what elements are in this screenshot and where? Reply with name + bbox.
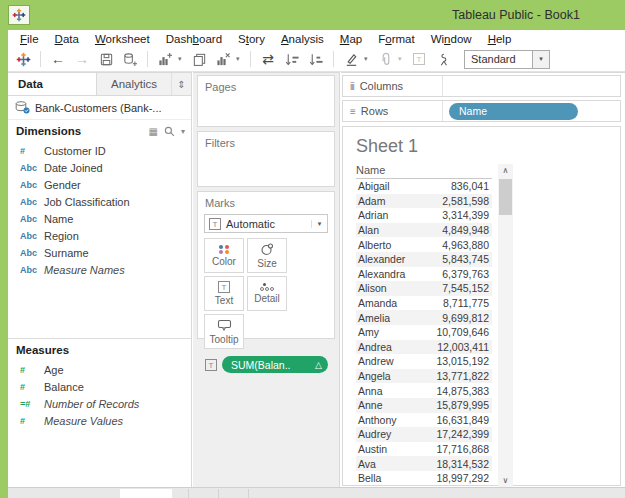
dimension-field[interactable]: Abc Date Joined: [8, 159, 191, 176]
vertical-scrollbar[interactable]: ∧ ∨: [498, 164, 513, 488]
row-value-cell: 8,711,775: [443, 297, 492, 309]
show-mark-labels-icon[interactable]: T: [408, 49, 430, 69]
measure-field[interactable]: # Balance: [8, 378, 191, 395]
panel-sort-icon[interactable]: ⇕: [171, 73, 191, 95]
highlight-icon[interactable]: [340, 49, 362, 69]
menu-item[interactable]: Worksheet: [87, 33, 158, 45]
tooltip-button[interactable]: Tooltip: [204, 314, 244, 349]
measure-field[interactable]: # Age: [8, 361, 191, 378]
fit-selector-caret-icon[interactable]: ▾: [532, 51, 549, 68]
data-source-name: Bank-Customers (Bank-...: [35, 102, 162, 114]
table-row[interactable]: Adrian 3,314,399: [356, 208, 492, 223]
scrollbar-thumb[interactable]: [499, 179, 512, 215]
table-row[interactable]: Andrew 13,015,192: [356, 354, 492, 369]
new-worksheet-icon[interactable]: [154, 49, 176, 69]
table-row[interactable]: Amy 10,709,646: [356, 325, 492, 340]
table-row[interactable]: Abigail 836,041: [356, 179, 492, 194]
mark-type-value: Automatic: [221, 218, 311, 230]
pages-card[interactable]: Pages: [197, 75, 335, 127]
dimension-field[interactable]: Abc Name: [8, 210, 191, 227]
table-row[interactable]: Alexander 5,843,745: [356, 252, 492, 267]
table-row[interactable]: Anne 15,879,995: [356, 398, 492, 413]
dimension-field[interactable]: Abc Gender: [8, 176, 191, 193]
table-row[interactable]: Alan 4,849,948: [356, 223, 492, 238]
table-row[interactable]: Alison 7,545,152: [356, 281, 492, 296]
menu-item[interactable]: Format: [370, 33, 422, 45]
table-row[interactable]: Andrea 12,003,411: [356, 340, 492, 355]
table-row[interactable]: Alberto 4,963,880: [356, 237, 492, 252]
highlight-caret-icon[interactable]: ▾: [364, 55, 372, 63]
table-row[interactable]: Amanda 8,711,775: [356, 296, 492, 311]
table-column-header[interactable]: Name: [356, 164, 492, 179]
menu-item[interactable]: Dashboard: [158, 33, 230, 45]
table-row[interactable]: Austin 17,716,868: [356, 442, 492, 457]
row-name-cell: Austin: [356, 443, 436, 455]
field-type-icon: #: [18, 365, 44, 375]
table-row[interactable]: Audrey 17,242,399: [356, 427, 492, 442]
swap-rows-columns-icon[interactable]: ⇄: [257, 49, 279, 69]
table-row[interactable]: Adam 2,581,598: [356, 194, 492, 209]
mark-type-dropdown[interactable]: T Automatic ▾: [204, 214, 328, 233]
undo-icon[interactable]: ←: [47, 49, 69, 69]
fit-selector[interactable]: Standard ▾: [464, 50, 550, 69]
dimension-field[interactable]: Abc Measure Names: [8, 261, 191, 278]
tab-data[interactable]: Data: [8, 73, 96, 95]
row-value-cell: 2,581,598: [442, 195, 492, 207]
table-row[interactable]: Amelia 9,699,812: [356, 310, 492, 325]
group-members-caret-icon[interactable]: ▾: [398, 55, 406, 63]
rows-shelf[interactable]: ≡ Rows Name: [342, 100, 621, 122]
menu-item[interactable]: Story: [230, 33, 273, 45]
clear-sheet-caret-icon[interactable]: ▾: [236, 55, 244, 63]
save-icon[interactable]: [95, 49, 117, 69]
fix-axes-icon[interactable]: [432, 49, 454, 69]
view-as-grid-icon[interactable]: ▦: [149, 126, 158, 137]
menu-item[interactable]: Help: [480, 33, 520, 45]
new-data-source-icon[interactable]: [119, 49, 141, 69]
clear-sheet-icon[interactable]: [212, 49, 234, 69]
size-button[interactable]: Size: [247, 238, 287, 273]
sum-balance-pill[interactable]: SUM(Balan.. △: [222, 356, 328, 373]
columns-shelf[interactable]: iii Columns: [342, 75, 621, 97]
measure-field[interactable]: # Measure Values: [8, 412, 191, 429]
menu-item[interactable]: Map: [332, 33, 370, 45]
tableau-logo-icon[interactable]: [12, 49, 34, 69]
dimensions-menu-caret-icon[interactable]: ▾: [181, 127, 185, 136]
measure-field[interactable]: =# Number of Records: [8, 395, 191, 412]
menu-item[interactable]: File: [12, 33, 47, 45]
name-pill[interactable]: Name: [449, 103, 578, 120]
table-row[interactable]: Alexandra 6,379,763: [356, 267, 492, 282]
redo-icon[interactable]: →: [71, 49, 93, 69]
table-row[interactable]: Angela 13,771,822: [356, 369, 492, 384]
search-icon[interactable]: [164, 126, 175, 137]
scroll-up-icon[interactable]: ∧: [498, 164, 513, 178]
dimension-field[interactable]: Abc Job Classification: [8, 193, 191, 210]
detail-button[interactable]: Detail: [247, 276, 287, 311]
mark-type-caret-icon[interactable]: ▾: [311, 220, 327, 228]
text-button[interactable]: T Text: [204, 276, 244, 311]
table-row[interactable]: Anna 14,875,383: [356, 383, 492, 398]
field-label: Balance: [44, 381, 84, 393]
group-members-icon[interactable]: [374, 49, 396, 69]
sheet-tab-partial[interactable]: [120, 489, 172, 498]
menu-item[interactable]: Analysis: [273, 33, 332, 45]
duplicate-sheet-icon[interactable]: [188, 49, 210, 69]
sort-ascending-icon[interactable]: [281, 49, 303, 69]
row-name-cell: Alexandra: [356, 268, 442, 280]
data-source-row[interactable]: Bank-Customers (Bank-...: [8, 96, 191, 120]
dimension-field[interactable]: Abc Surname: [8, 244, 191, 261]
table-row[interactable]: Ava 18,314,532: [356, 456, 492, 471]
color-label: Color: [212, 256, 236, 267]
dimension-field[interactable]: Abc Region: [8, 227, 191, 244]
dimension-field[interactable]: # Customer ID: [8, 142, 191, 159]
new-worksheet-caret-icon[interactable]: ▾: [178, 55, 186, 63]
row-name-cell: Alberto: [356, 239, 442, 251]
scroll-down-icon[interactable]: ∨: [498, 474, 513, 488]
filters-card[interactable]: Filters: [197, 131, 335, 187]
color-button[interactable]: Color: [204, 238, 244, 273]
tab-analytics[interactable]: Analytics: [96, 73, 171, 95]
menu-item[interactable]: Window: [423, 33, 480, 45]
table-row[interactable]: Anthony 16,631,849: [356, 413, 492, 428]
menu-item[interactable]: Data: [47, 33, 87, 45]
table-row[interactable]: Bella 18,997,292: [356, 471, 492, 486]
sort-descending-icon[interactable]: [305, 49, 327, 69]
